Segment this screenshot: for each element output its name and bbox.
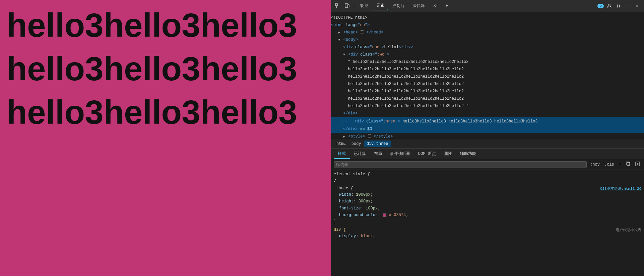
color-swatch[interactable] xyxy=(383,213,386,217)
settings-icon[interactable] xyxy=(615,2,623,10)
dom-line-doctype[interactable]: <!DOCTYPE html> xyxy=(331,14,644,21)
breadcrumb-html[interactable]: html xyxy=(334,141,349,147)
css-close-brace-1: } xyxy=(334,177,641,182)
more-options-icon[interactable]: ··· xyxy=(624,2,632,10)
tab-styles[interactable]: 样式 xyxy=(334,149,350,159)
inspect-icon[interactable] xyxy=(334,2,342,10)
svg-point-5 xyxy=(608,4,610,6)
css-selector-element-style[interactable]: element.style { xyxy=(334,172,641,177)
tab-accessibility[interactable]: 辅助功能 xyxy=(456,149,480,159)
tab-add[interactable]: + xyxy=(442,2,451,10)
dom-line-hello2-1[interactable]: " hello2hello2hello2hello2hello2hello2he… xyxy=(331,58,644,66)
dom-line-div-three[interactable]: ··· <div class="three"> hello3hello3hell… xyxy=(331,117,644,125)
styles-filter-bar: :hov .cls + xyxy=(331,159,644,170)
css-prop-height[interactable]: height: 800px; xyxy=(334,198,641,205)
tab-layout[interactable]: 布局 xyxy=(370,149,386,159)
hello-line-1: hello3hello3hello3 xyxy=(7,3,324,47)
dom-line-hello2-6[interactable]: hello2hello2hello2hello2hello2hello2hell… xyxy=(331,95,644,102)
dom-line-html[interactable]: <html lang="en"> xyxy=(331,21,644,29)
dom-tree[interactable]: <!DOCTYPE html> <html lang="en"> ▶ <head… xyxy=(331,12,644,139)
dom-line-div-two-close[interactable]: </div> xyxy=(331,110,644,117)
tab-more[interactable]: >> xyxy=(429,2,441,10)
close-icon[interactable]: ✕ xyxy=(633,2,641,10)
css-selector-div[interactable]: div { 用户代理样式表 xyxy=(334,227,641,232)
css-prop-display[interactable]: display: block; xyxy=(334,233,641,240)
css-prop-bg-color[interactable]: background-color: #c03574; xyxy=(334,212,641,218)
dom-line-div-two-open[interactable]: ▼ <div class="two"> xyxy=(331,51,644,58)
breadcrumb-body[interactable]: body xyxy=(349,141,364,147)
svg-rect-4 xyxy=(348,5,349,7)
breadcrumb-div-three[interactable]: div.three xyxy=(364,141,391,147)
css-rule-element-style: element.style { } xyxy=(334,172,641,182)
dom-line-hello2-7[interactable]: hello2hello2hello2hello2hello2hello2hell… xyxy=(331,102,644,110)
hello-line-3: hello3hello3hello3 xyxy=(7,90,324,134)
css-prop-width[interactable]: width: 1000px; xyxy=(334,191,641,198)
dom-line-div-three-close[interactable]: </div> == $0 xyxy=(331,125,644,133)
styles-tabs: 样式 已计算 布局 事件侦听器 DOM 断点 属性 辅助功能 xyxy=(331,149,644,159)
filter-cls-button[interactable]: .cls xyxy=(603,162,616,168)
tab-properties[interactable]: 属性 xyxy=(440,149,456,159)
filter-hov-button[interactable]: :hov xyxy=(589,162,601,168)
tab-event-listeners[interactable]: 事件侦听器 xyxy=(386,149,414,159)
dom-line-style[interactable]: ▶ <style> ☰ </style> xyxy=(331,133,644,139)
filter-add-button[interactable]: + xyxy=(618,162,623,168)
svg-point-6 xyxy=(618,5,620,7)
tab-source[interactable]: 源代码 xyxy=(409,2,428,10)
svg-rect-3 xyxy=(345,4,348,8)
css-rule-div: div { 用户代理样式表 display: block; xyxy=(334,227,641,240)
filter-copy-button[interactable] xyxy=(625,161,632,168)
css-selector-three[interactable]: .three { CSS基本语法.html1:26 xyxy=(334,186,641,191)
devtools-panel: 欢迎 元素 控制台 源代码 >> + 2 ··· ✕ <!DOCTYPE htm… xyxy=(331,0,644,276)
css-close-brace-2: } xyxy=(334,219,641,223)
dom-line-hello2-5[interactable]: hello2hello2hello2hello2hello2hello2hell… xyxy=(331,88,644,95)
css-source-link[interactable]: CSS基本语法.html1:26 xyxy=(600,186,641,191)
tab-elements[interactable]: 元素 xyxy=(373,1,388,10)
css-rules-panel: element.style { } .three { CSS基本语法.html1… xyxy=(331,170,644,276)
breadcrumb: html body div.three xyxy=(331,139,644,149)
tab-console[interactable]: 控制台 xyxy=(389,2,408,10)
hello-line-2: hello3hello3hello3 xyxy=(7,47,324,90)
dom-line-body-open[interactable]: ▼ <body> xyxy=(331,36,644,43)
notification-badge[interactable]: 2 xyxy=(597,4,604,8)
dom-line-head[interactable]: ▶ <head> ☰ </head> xyxy=(331,29,644,36)
devtools-toolbar: 欢迎 元素 控制台 源代码 >> + 2 ··· ✕ xyxy=(331,0,644,12)
dom-line-hello2-3[interactable]: hello2hello2hello2hello2hello2hello2hell… xyxy=(331,73,644,80)
svg-rect-0 xyxy=(335,4,337,6)
profile-icon[interactable] xyxy=(605,2,613,10)
tab-computed[interactable]: 已计算 xyxy=(350,149,370,159)
filter-expand-button[interactable] xyxy=(634,161,641,168)
dom-line-hello2-2[interactable]: hello2hello2hello2hello2hello2hello2hell… xyxy=(331,66,644,73)
toolbar-separator-1 xyxy=(354,3,354,9)
tab-welcome[interactable]: 欢迎 xyxy=(357,2,372,10)
css-prop-font-size[interactable]: font-size: 100px; xyxy=(334,205,641,212)
css-useragent-label: 用户代理样式表 xyxy=(616,227,641,233)
tab-dom-breakpoints[interactable]: DOM 断点 xyxy=(414,149,440,159)
styles-filter-input[interactable] xyxy=(334,161,587,168)
device-icon[interactable] xyxy=(343,2,351,10)
dom-line-div-one[interactable]: <div class="one">hello1</div> xyxy=(331,43,644,51)
page-preview: hello3hello3hello3 hello3hello3hello3 he… xyxy=(0,0,331,276)
css-rule-three: .three { CSS基本语法.html1:26 width: 1000px;… xyxy=(334,186,641,223)
dom-line-hello2-4[interactable]: hello2hello2hello2hello2hello2hello2hell… xyxy=(331,80,644,88)
